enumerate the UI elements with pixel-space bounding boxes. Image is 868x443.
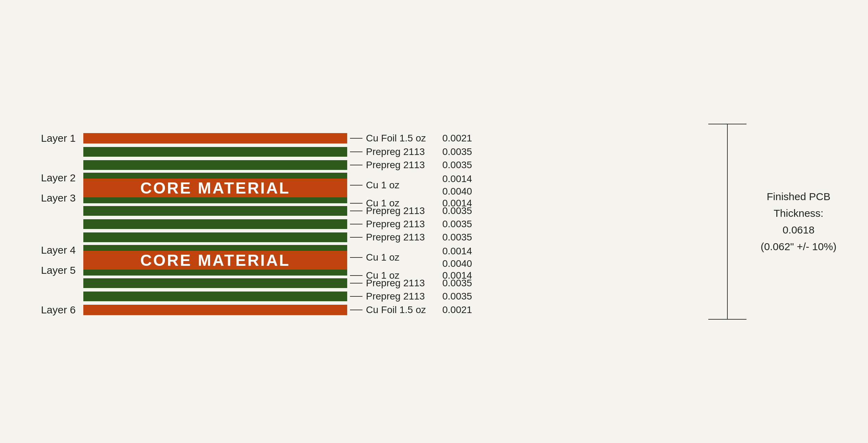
prepreg5-row: Prepreg 2113 0.0035 [28,232,694,243]
dimension-section: Finished PCB Thickness: 0.0618 (0.062" +… [694,124,840,320]
core2-label-bottom: Layer 5 [41,265,76,276]
core2-core-thickness: 0.0040 [442,257,472,270]
prepreg3-row: Prepreg 2113 0.0035 [28,205,694,216]
prepreg1-material: Prepreg 2113 [366,146,435,157]
prepreg6-bar [83,278,347,288]
core1-label-top: Layer 2 [41,173,76,183]
layer1-material: Cu Foil 1.5 oz [366,133,435,144]
core1-core-thickness: 0.0040 [442,185,472,198]
prepreg5-thickness: 0.0035 [442,232,472,243]
prepreg7-thickness: 0.0035 [442,291,472,302]
prepreg2-bar [83,160,347,170]
prepreg4-row: Prepreg 2113 0.0035 [28,219,694,230]
layer6-material: Cu Foil 1.5 oz [366,304,435,315]
core2-visual: CORE MATERIAL [83,245,347,276]
prepreg7-row: Prepreg 2113 0.0035 [28,291,694,302]
core2-label-top: Layer 4 [41,245,76,255]
prepreg3-bar [83,206,347,216]
layer6-bar [83,305,347,315]
prepreg2-row: Prepreg 2113 0.0035 [28,159,694,171]
layer6-row: Layer 6 Cu Foil 1.5 oz 0.0021 [28,304,694,316]
prepreg6-row: Prepreg 2113 0.0035 [28,278,694,289]
prepreg2-material: Prepreg 2113 [366,159,435,171]
core2-text: CORE MATERIAL [140,251,290,270]
bracket-vertical [727,124,728,319]
core1-text: CORE MATERIAL [140,179,290,197]
layer6-thickness: 0.0021 [442,304,472,315]
prepreg7-material: Prepreg 2113 [366,291,435,302]
layer1-row: Layer 1 Cu Foil 1.5 oz 0.0021 [28,132,694,144]
prepreg1-row: Prepreg 2113 0.0035 [28,146,694,157]
core1-visual: CORE MATERIAL [83,173,347,203]
prepreg5-bar [83,232,347,242]
core2-top-material: Cu 1 oz [366,252,435,263]
prepreg4-material: Prepreg 2113 [366,219,435,230]
core2-row: Layer 4 Layer 5 CORE MATERIAL Cu 1 oz [28,245,694,276]
core2-top-thickness: 0.0014 [442,245,472,257]
prepreg4-thickness: 0.0035 [442,219,472,230]
layer1-label: Layer 1 [28,132,83,144]
layer1-bar [83,133,347,143]
prepreg1-bar [83,147,347,157]
bracket-bottom [708,319,746,320]
prepreg6-thickness: 0.0035 [442,278,472,289]
prepreg2-thickness: 0.0035 [442,159,472,171]
prepreg7-bar [83,292,347,301]
prepreg3-thickness: 0.0035 [442,205,472,216]
core1-label-bottom: Layer 3 [41,193,76,203]
prepreg6-material: Prepreg 2113 [366,278,435,289]
core1-top-material: Cu 1 oz [366,180,435,191]
layer6-label: Layer 6 [28,304,83,316]
prepreg3-material: Prepreg 2113 [366,205,435,216]
prepreg4-bar [83,219,347,229]
prepreg1-thickness: 0.0035 [442,146,472,157]
prepreg5-material: Prepreg 2113 [366,232,435,243]
layer1-thickness: 0.0021 [442,133,472,144]
dimension-label: Finished PCB Thickness: 0.0618 (0.062" +… [757,188,840,255]
core1-row: Layer 2 Layer 3 CORE MATERIAL Cu [28,173,694,203]
core1-top-thickness: 0.0014 [442,173,472,185]
